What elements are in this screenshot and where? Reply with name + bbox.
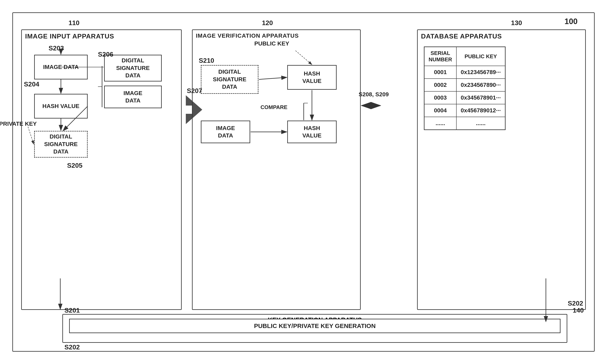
table-row: 0004 0x456789012··· [424,104,505,117]
section-130-title: DATABASE APPARATUS [418,30,585,43]
svg-line-4 [28,127,34,144]
ref-120: 120 [262,19,273,27]
s202-130-label: S202 [568,299,583,307]
table-row: 0003 0x345678901··· [424,91,505,104]
arrows-120 [193,30,347,174]
section-130: DATABASE APPARATUS SERIALNUMBER PUBLIC K… [417,29,586,310]
section-140: KEY GENERATION APPARATUS PUBLIC KEY/PRIV… [62,314,567,343]
table-row: 0002 0x234567890··· [424,78,505,91]
section-120: IMAGE VERIFICATION APPARATUS DIGITALSIGN… [192,29,361,310]
s201-label: S201 [65,307,80,314]
table-row: ...... ...... [424,117,505,130]
diagram-container: 100 IMAGE INPUT APPARATUS IMAGE DATA HAS… [12,12,595,352]
keygen-outer: KEY GENERATION APPARATUS PUBLIC KEY/PRIV… [62,314,567,343]
s207-label: S207 [187,87,202,95]
ref-100: 100 [565,17,578,26]
keygen-inner: PUBLIC KEY/PRIVATE KEY GENERATION [69,319,560,333]
svg-line-11 [259,77,287,79]
ref-110: 110 [68,19,79,27]
svg-line-10 [296,51,312,65]
table-row: 0001 0x123456789··· [424,66,505,78]
ref-130: 130 [511,19,522,27]
s202-left-label: S202 [65,343,80,351]
arrows-110 [22,30,166,184]
db-table: SERIALNUMBER PUBLIC KEY 0001 0x123456789… [424,47,505,130]
s208-209-label: S208, S209 [359,91,389,98]
svg-line-6 [63,106,88,131]
col-header-pubkey: PUBLIC KEY [456,47,505,66]
section-110: IMAGE INPUT APPARATUS IMAGE DATA HASH VA… [21,29,182,310]
col-header-serial: SERIALNUMBER [424,47,457,66]
ref-140: 140 [573,307,584,314]
